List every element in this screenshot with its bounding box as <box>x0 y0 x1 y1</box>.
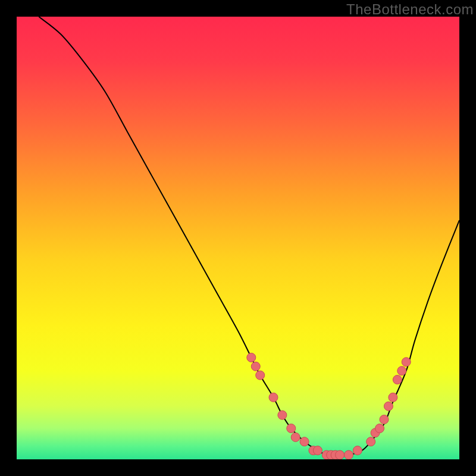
threshold-dot <box>380 415 389 424</box>
threshold-dot <box>247 353 256 362</box>
threshold-dot <box>389 393 397 402</box>
threshold-dot <box>367 437 375 446</box>
plot-frame <box>17 17 459 459</box>
threshold-dot <box>353 446 362 455</box>
bottleneck-chart-svg <box>17 17 459 459</box>
threshold-dot <box>256 371 265 380</box>
threshold-dot <box>251 362 260 371</box>
threshold-dot <box>345 450 353 459</box>
threshold-dot <box>393 375 402 384</box>
threshold-dot <box>336 450 345 459</box>
threshold-dot <box>291 433 300 441</box>
threshold-dot <box>278 411 287 419</box>
threshold-dot <box>384 402 393 411</box>
threshold-dot <box>300 437 309 446</box>
threshold-dot <box>313 446 322 455</box>
threshold-dot <box>269 393 278 402</box>
threshold-dot <box>287 424 296 433</box>
watermark-text: TheBottleneck.com <box>346 1 474 18</box>
threshold-dot <box>402 358 411 367</box>
threshold-dot <box>397 367 406 375</box>
threshold-dot <box>375 424 384 433</box>
